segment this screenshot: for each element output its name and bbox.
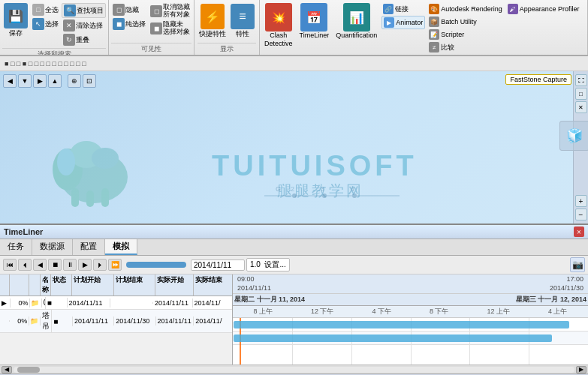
- timeline-main: 名称 状态 计划开始 计划结束 实际开始 实际结束 ▶ 0% 📁 01结构柱 ■…: [0, 274, 588, 364]
- group-label-visibility: 可见性: [111, 43, 191, 55]
- property-button[interactable]: ≡ 特性: [229, 2, 256, 40]
- hide-unselected-button[interactable]: ◼ 隐藏未选择对象: [149, 20, 191, 37]
- clash-detective-button[interactable]: 💥 ClashDetective: [262, 2, 295, 50]
- panel-tabs: 任务 数据源 配置 模拟: [0, 239, 588, 256]
- watermark-main: TUITUISOFT: [212, 150, 418, 182]
- gantt-time-labels: 8 上午 12 下午 4 下午 8 下午 12 上午 4 上午: [233, 306, 588, 318]
- ribbon-group-visibility: ◻ 隐藏 ◼ 纯选择 ◻ 取消隐藏所有对象 ◼ 隐藏未选择对象 可见性: [109, 0, 194, 55]
- tab-datasource[interactable]: 数据源: [32, 239, 73, 255]
- th-status: 状态: [51, 274, 72, 296]
- tl-btn-pause[interactable]: ⏸: [63, 259, 77, 271]
- tl-progress-bar[interactable]: [126, 262, 186, 268]
- vp-zoom-in[interactable]: +: [575, 195, 587, 207]
- link-button[interactable]: 🔗 链接: [381, 3, 425, 15]
- svg-rect-5: [86, 190, 94, 207]
- svg-point-11: [322, 194, 327, 198]
- faststone-badge: FastStone Capture: [505, 74, 571, 85]
- svg-rect-4: [71, 188, 79, 207]
- gantt-date-top: 09:00 2014/11/11 17:00 2014/11/30: [233, 274, 588, 294]
- h-scrollbar[interactable]: ◀ ▶: [0, 364, 588, 374]
- ribbon-group-tools: 💥 ClashDetective 📅 TimeLiner 📊 Quantific…: [260, 0, 588, 55]
- tl-btn-play[interactable]: ▶: [78, 259, 92, 271]
- tl-btn-rev[interactable]: ◀: [33, 259, 47, 271]
- ribbon-group-display: ⚡ 快捷特性 ≡ 特性 显示: [194, 0, 260, 55]
- ribbon: 💾 保存 □ 全选 ↖ 选择 🔍 查找项目 ✕: [0, 0, 588, 56]
- svg-text:4: 4: [351, 185, 354, 193]
- animator-button[interactable]: ▶ Animator: [381, 16, 425, 29]
- coord-bar: ■ □ □ ■ □ □ □ □ □ □ □ □ □ □: [0, 56, 588, 71]
- tl-date-input[interactable]: [191, 260, 245, 271]
- vp-right-btn-1[interactable]: ⛶: [575, 74, 587, 86]
- timeliner-panel: TimeLiner × 任务 数据源 配置 模拟 ⏮ ⏴ ◀ ⏹ ⏸ ▶ ⏵ ⏩…: [0, 225, 588, 374]
- vp-nav-btn-3[interactable]: ▶: [33, 74, 47, 88]
- gantt-area: 09:00 2014/11/11 17:00 2014/11/30 星期二 十一…: [233, 274, 588, 364]
- tab-config[interactable]: 配置: [73, 239, 105, 255]
- batch-utility-button[interactable]: 📦 Batch Utility: [427, 16, 504, 28]
- tl-btn-next[interactable]: ⏵: [93, 259, 107, 271]
- svg-point-3: [92, 148, 119, 169]
- vp-nav-btn-1[interactable]: ◀: [3, 74, 17, 88]
- th-actual-start: 实际开始: [155, 274, 194, 296]
- tab-tasks[interactable]: 任务: [0, 239, 32, 255]
- vp-nav-btn-6[interactable]: ⊡: [83, 74, 96, 88]
- select-button[interactable]: ↖ 选择: [31, 17, 60, 31]
- vp-nav-btn-2[interactable]: ▼: [18, 74, 32, 88]
- tl-camera-btn[interactable]: 📷: [570, 257, 585, 272]
- vp-nav-btn-5[interactable]: ⊕: [68, 74, 81, 88]
- svg-text:3: 3: [321, 185, 324, 193]
- svg-point-9: [292, 194, 297, 198]
- ribbon-group-select: 💾 保存 □ 全选 ↖ 选择 🔍 查找项目 ✕: [0, 0, 109, 55]
- timeliner-button[interactable]: 📅 TimeLiner: [297, 2, 332, 40]
- svg-rect-6: [101, 188, 109, 207]
- tl-btn-prev[interactable]: ⏴: [18, 259, 32, 271]
- scripter-button[interactable]: 📝 Scripter: [427, 28, 504, 40]
- vp-right-btn-3[interactable]: ✕: [575, 101, 587, 113]
- panel-header: TimeLiner ×: [0, 225, 588, 239]
- th-pct: [10, 274, 29, 296]
- th-icon: [29, 274, 41, 296]
- table-row[interactable]: 0% 📁 塔吊 ■ 2014/11/11 2014/11/30 2014/11/…: [0, 310, 232, 333]
- svg-point-13: [352, 194, 357, 198]
- timeliner-controls: ⏮ ⏴ ◀ ⏹ ⏸ ▶ ⏵ ⏩ 1.0 设置... 📷: [0, 256, 588, 274]
- vp-zoom-out[interactable]: −: [575, 208, 587, 220]
- th-arrow: [0, 274, 10, 296]
- panel-title: TimeLiner: [4, 227, 43, 236]
- th-actual-end: 实际结束: [194, 274, 232, 296]
- clear-button[interactable]: ✕ 清除选择: [62, 19, 106, 32]
- fullselect-button[interactable]: □ 全选: [31, 3, 60, 16]
- autodesk-rendering-button[interactable]: 🎨 Autodesk Rendering: [427, 3, 504, 15]
- th-name: 名称: [41, 274, 51, 296]
- reselect-button[interactable]: ↻ 重叠: [62, 33, 106, 46]
- find-button[interactable]: 🔍 查找项目: [62, 3, 106, 18]
- vp-right-btn-2[interactable]: □: [575, 88, 587, 100]
- th-plan-start: 计划开始: [72, 274, 113, 296]
- save-button[interactable]: 💾 保存: [2, 2, 29, 40]
- viewport-right-controls: ⛶ □ ✕ 🧊 + −: [573, 71, 588, 224]
- quickprop-button[interactable]: ⚡ 快捷特性: [198, 2, 228, 40]
- required-button[interactable]: ◼ 纯选择: [111, 17, 147, 31]
- tl-btn-stop[interactable]: ⏹: [48, 259, 62, 271]
- tab-simulate[interactable]: 模拟: [105, 239, 137, 255]
- appearance-profiler-button[interactable]: 🖌 Appearance Profiler: [506, 3, 581, 15]
- nav-cube[interactable]: 🧊: [559, 121, 589, 151]
- viewport: ◀ ▼ ▶ ▲ ⊕ ⊡ TUITUISOFT 腿腿教学网 2 3: [0, 71, 588, 225]
- svg-text:2: 2: [291, 185, 294, 193]
- viewport-toolbar: ◀ ▼ ▶ ▲ ⊕ ⊡: [3, 74, 96, 88]
- svg-point-7: [57, 148, 75, 176]
- th-plan-end: 计划结束: [114, 274, 155, 296]
- vp-nav-btn-4[interactable]: ▲: [48, 74, 62, 88]
- tl-scale-settings[interactable]: 1.0 设置...: [246, 258, 290, 272]
- gantt-bars: [233, 318, 588, 364]
- hide-button[interactable]: ◻ 隐藏: [111, 3, 147, 16]
- table-row[interactable]: ▶ 0% 📁 01结构柱 ■ 2014/11/11 2014/11/11 201…: [0, 296, 232, 310]
- compare-button[interactable]: ≠ 比较: [427, 41, 504, 53]
- svg-text:G: G: [276, 185, 281, 193]
- quantification-button[interactable]: 📊 Quantification: [333, 2, 379, 40]
- gantt-date-labels: 星期二 十一月 11, 2014 星期三 十一月 12, 2014: [233, 294, 588, 306]
- group-label-display: 显示: [198, 43, 256, 55]
- timeline-table: 名称 状态 计划开始 计划结束 实际开始 实际结束 ▶ 0% 📁 01结构柱 ■…: [0, 274, 233, 364]
- cancel-hide-button[interactable]: ◻ 取消隐藏所有对象: [149, 3, 191, 20]
- tl-btn-first[interactable]: ⏮: [3, 259, 17, 271]
- panel-close-btn[interactable]: ×: [574, 226, 584, 237]
- tl-btn-last[interactable]: ⏩: [108, 259, 122, 271]
